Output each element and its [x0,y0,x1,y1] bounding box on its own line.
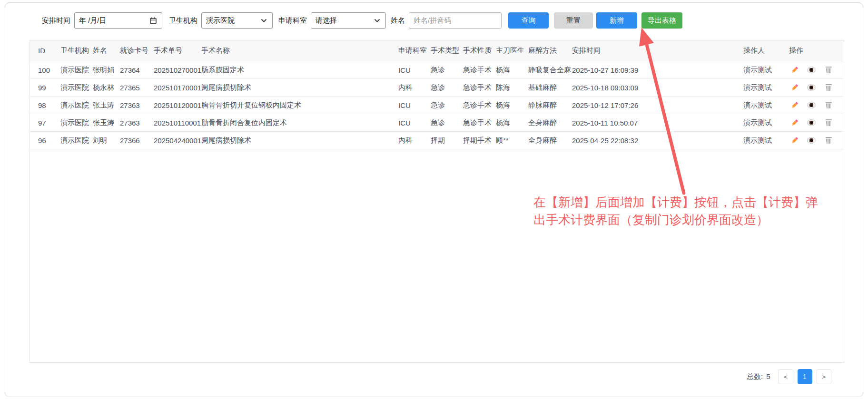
table-cell: 内科 [398,79,431,97]
delete-trash-icon[interactable] [824,83,833,92]
edit-pencil-icon[interactable] [790,83,799,92]
annotation-note: 在【新增】后面增加【计费】按钮，点击【计费】弹 出手术计费界面（复制门诊划价界面… [533,194,818,229]
column-header: 手术类型 [431,40,463,61]
chevron-down-icon [259,16,268,25]
table-row: 97演示医院张玉涛27363202510110001肋骨骨折闭合复位内固定术IC… [30,114,844,132]
table-cell: 张玉涛 [93,114,120,132]
next-page-button[interactable]: > [817,369,831,384]
delete-trash-icon[interactable] [824,136,833,145]
edit-pencil-icon[interactable] [790,136,799,145]
edit-pencil-icon[interactable] [790,118,799,127]
annotation-line2: 出手术计费界面（复制门诊划价界面改造） [533,211,818,229]
column-header: 手术单号 [154,40,201,61]
date-filter-label: 安排时间 [42,16,70,25]
edit-pencil-icon[interactable] [790,66,799,74]
table-cell: 演示测试 [743,132,789,149]
table-cell: 择期手术 [463,132,496,149]
table-cell: 顾** [496,132,528,149]
pagination: 总数: 5 < 1 > [747,369,831,384]
dept-select[interactable]: 请选择 [311,12,386,29]
delete-trash-icon[interactable] [824,101,833,109]
table-cell: 27366 [120,132,154,149]
table-cell: 全身麻醉 [528,132,572,149]
view-eye-icon[interactable] [807,66,816,74]
edit-pencil-icon[interactable] [790,101,799,109]
table-cell: 刘明 [93,132,120,149]
filter-bar: 安排时间 年 /月/日 卫生机构 演示医院 申请科室 请选择 [42,12,682,29]
table-cell: 急诊手术 [463,114,496,132]
name-filter-label: 姓名 [391,16,405,25]
table-cell: 27363 [120,97,154,114]
table-cell: 2025-10-18 09:03:09 [572,79,743,97]
actions-cell [789,61,844,79]
actions-cell [789,114,844,132]
table-cell: 静吸复合全麻 [528,61,572,79]
table-cell: 内科 [398,132,431,149]
name-input[interactable]: 姓名/拼音码 [409,12,502,29]
column-header: 申请科室 [398,40,431,61]
table-cell: ICU [398,97,431,114]
date-input[interactable]: 年 /月/日 [74,12,162,29]
table-cell: 择期 [431,132,463,149]
surgery-table: ID卫生机构姓名就诊卡号手术单号手术名称申请科室手术类型手术性质主刀医生麻醉方法… [30,40,844,149]
table-cell: ICU [398,114,431,132]
table-cell: 202510120001 [154,97,201,114]
add-button[interactable]: 新增 [596,12,637,29]
column-header: ID [30,40,60,61]
table-cell: 演示医院 [60,97,93,114]
column-header: 卫生机构 [60,40,93,61]
table-cell: 202510170001 [154,79,201,97]
table-cell: 张明娟 [93,61,120,79]
table-cell: 202504240001 [154,132,201,149]
view-eye-icon[interactable] [807,101,816,109]
table-cell: 98 [30,97,60,114]
page-number-button[interactable]: 1 [798,369,812,384]
table-cell: 胸骨骨折切开复位钢板内固定术 [201,97,398,114]
table-cell: 演示医院 [60,132,93,149]
table-cell: 杨海 [496,97,528,114]
table-cell: 97 [30,114,60,132]
column-header: 操作人 [743,40,789,61]
total-label: 总数: [747,372,763,381]
view-eye-icon[interactable] [807,83,816,92]
date-input-value: 年 /月/日 [79,16,107,25]
org-filter-label: 卫生机构 [169,16,197,25]
table-row: 100演示医院张明娟27364202510270001肠系膜固定术ICU急诊急诊… [30,61,844,79]
reset-button[interactable]: 重置 [554,12,593,29]
table-cell: 杨海 [496,61,528,79]
prev-page-button[interactable]: < [779,369,793,384]
column-header: 手术性质 [463,40,496,61]
calendar-icon[interactable] [149,16,158,25]
table-cell: 阑尾病损切除术 [201,79,398,97]
name-input-placeholder: 姓名/拼音码 [414,16,451,25]
org-select-value: 演示医院 [206,16,235,25]
org-select[interactable]: 演示医院 [201,12,273,29]
table-cell: 99 [30,79,60,97]
table-cell: 急诊 [431,97,463,114]
total-value: 5 [766,372,770,381]
table-cell: 阑尾病损切除术 [201,132,398,149]
column-header: 麻醉方法 [528,40,572,61]
delete-trash-icon[interactable] [824,66,833,74]
export-button[interactable]: 导出表格 [641,12,682,29]
chevron-down-icon [373,16,381,25]
table-cell: 96 [30,132,60,149]
delete-trash-icon[interactable] [824,118,833,127]
table-cell: 演示医院 [60,79,93,97]
actions-cell [789,132,844,149]
query-button[interactable]: 查询 [508,12,549,29]
page-card: 安排时间 年 /月/日 卫生机构 演示医院 申请科室 请选择 [5,2,863,397]
view-eye-icon[interactable] [807,136,816,145]
table-cell: 急诊手术 [463,97,496,114]
table-cell: 202510110001 [154,114,201,132]
table-cell: 肠系膜固定术 [201,61,398,79]
column-header: 手术名称 [201,40,398,61]
table-cell: 演示测试 [743,61,789,79]
table-cell: 2025-10-12 17:07:26 [572,97,743,114]
view-eye-icon[interactable] [807,118,816,127]
table-cell: 100 [30,61,60,79]
dept-filter-label: 申请科室 [278,16,307,25]
table-cell: 演示测试 [743,97,789,114]
table-cell: 2025-10-27 16:09:39 [572,61,743,79]
annotation-line1: 在【新增】后面增加【计费】按钮，点击【计费】弹 [533,194,818,211]
